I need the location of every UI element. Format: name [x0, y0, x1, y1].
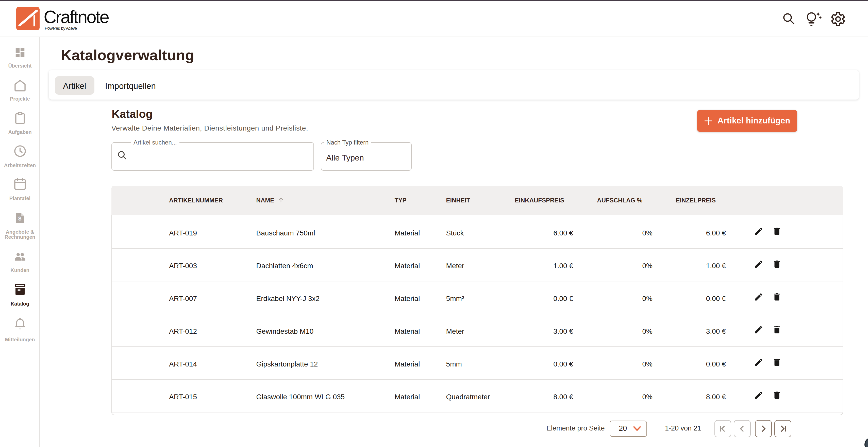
- svg-text:$: $: [18, 215, 21, 222]
